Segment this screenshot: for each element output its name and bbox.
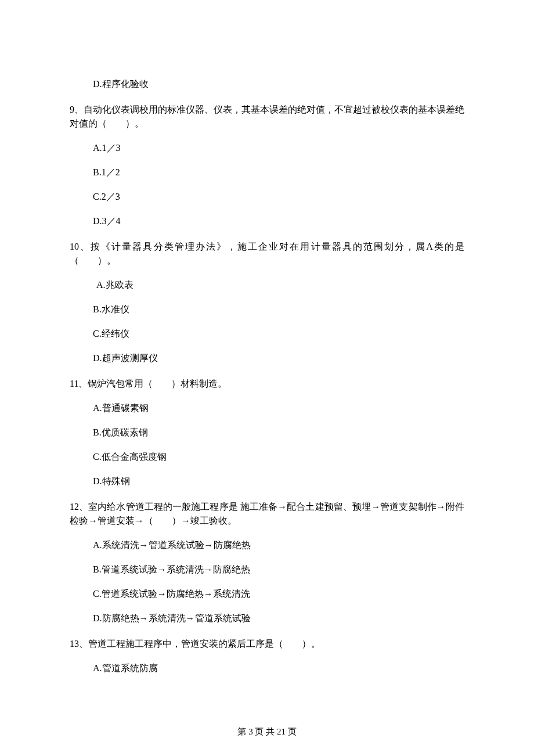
question-12-options: A.系统清洗→管道系统试验→防腐绝热 B.管道系统试验→系统清洗→防腐绝热 C.… bbox=[70, 538, 464, 625]
question-9-option-B: B.1／2 bbox=[70, 165, 464, 179]
question-10-stem: 10、按《计量器具分类管理办法》，施工企业对在用计量器具的范围划分，属A类的是（… bbox=[70, 240, 464, 268]
question-8-options: D.程序化验收 bbox=[70, 77, 464, 91]
question-10-option-B: B.水准仪 bbox=[70, 303, 464, 316]
question-12-option-C: C.管道系统试验→防腐绝热→系统清洗 bbox=[70, 587, 464, 601]
page-content: D.程序化验收 9、自动化仪表调校用的标准仪器、仪表，其基本误差的绝对值，不宜超… bbox=[0, 0, 534, 675]
question-12-option-A: A.系统清洗→管道系统试验→防腐绝热 bbox=[70, 538, 464, 552]
page-footer: 第 3 页 共 21 页 bbox=[0, 726, 534, 737]
question-11-options: A.普通碳素钢 B.优质碳素钢 C.低合金高强度钢 D.特殊钢 bbox=[70, 401, 464, 488]
question-12-option-B: B.管道系统试验→系统清洗→防腐绝热 bbox=[70, 563, 464, 577]
question-13-option-A: A.管道系统防腐 bbox=[70, 661, 464, 675]
question-11-stem: 11、锅炉汽包常用（ ）材料制造。 bbox=[70, 377, 464, 391]
question-10-option-C: C.经纬仪 bbox=[70, 327, 464, 341]
question-12-option-D: D.防腐绝热→系统清洗→管道系统试验 bbox=[70, 611, 464, 625]
question-10-option-A: A.兆欧表 bbox=[70, 278, 464, 292]
question-9-option-C: C.2／3 bbox=[70, 190, 464, 204]
question-11-option-C: C.低合金高强度钢 bbox=[70, 450, 464, 464]
question-9-stem: 9、自动化仪表调校用的标准仪器、仪表，其基本误差的绝对值，不宜超过被校仪表的基本… bbox=[70, 103, 464, 131]
question-11-option-B: B.优质碳素钢 bbox=[70, 426, 464, 440]
question-11-option-A: A.普通碳素钢 bbox=[70, 401, 464, 415]
question-8-option-D: D.程序化验收 bbox=[70, 77, 464, 91]
question-9-option-D: D.3／4 bbox=[70, 214, 464, 228]
question-10-option-D: D.超声波测厚仪 bbox=[70, 351, 464, 365]
question-11-option-D: D.特殊钢 bbox=[70, 474, 464, 488]
question-13-stem: 13、管道工程施工程序中，管道安装的紧后工序是（ ）。 bbox=[70, 637, 464, 651]
question-13-options: A.管道系统防腐 bbox=[70, 661, 464, 675]
question-9-options: A.1／3 B.1／2 C.2／3 D.3／4 bbox=[70, 141, 464, 228]
question-10-options: A.兆欧表 B.水准仪 C.经纬仪 D.超声波测厚仪 bbox=[70, 278, 464, 365]
question-9-option-A: A.1／3 bbox=[70, 141, 464, 155]
question-12-stem: 12、室内给水管道工程的一般施工程序是 施工准备→配合土建预留、预埋→管道支架制… bbox=[70, 500, 464, 528]
